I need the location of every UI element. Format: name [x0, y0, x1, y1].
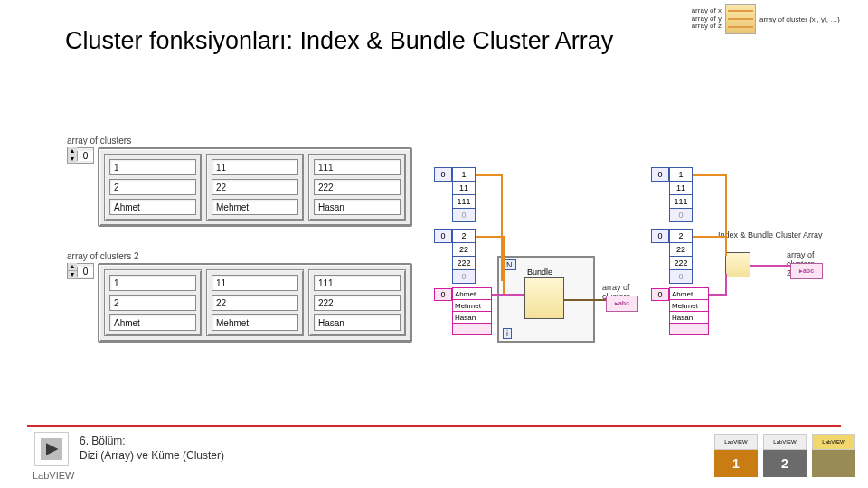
cluster-indicator: ▸abc — [606, 296, 638, 312]
numeric-field[interactable]: 1 — [109, 159, 196, 175]
vi-palette: array of x array of y array of z array o… — [680, 4, 859, 34]
loop-n: N — [503, 259, 516, 270]
numeric-field[interactable]: 11 — [212, 275, 298, 291]
ibca-label: Index & Bundle Cluster Array — [718, 230, 826, 239]
array-cell[interactable]: 2 — [452, 229, 476, 243]
page-title: Cluster fonksiyonları: Index & Bundle Cl… — [65, 27, 613, 55]
array-index[interactable]: 0 — [434, 167, 452, 182]
array-index[interactable]: 0 — [651, 167, 669, 182]
vi-out-label: array of cluster {xi, yi, …} — [760, 15, 859, 23]
numeric-field[interactable]: 2 — [109, 295, 196, 311]
cluster-element: 111 222 Hasan — [308, 269, 406, 336]
array-cell[interactable]: 2 — [669, 229, 693, 243]
panel2-index-control[interactable]: ▲▼0 — [67, 263, 94, 279]
array-cell[interactable]: 1 — [452, 167, 476, 182]
index-bundle-icon — [725, 4, 756, 34]
array-index[interactable]: 0 — [434, 229, 452, 243]
string-field[interactable]: Mehmet — [212, 199, 298, 215]
footer-text: 6. Bölüm: Dizi (Array) ve Küme (Cluster) — [80, 435, 224, 463]
panel1-cluster-array: 1 2 Ahmet 11 22 Mehmet 111 222 Hasan — [98, 147, 412, 227]
array-cell[interactable]: 11 — [452, 181, 476, 195]
string-field[interactable]: Ahmet — [109, 314, 196, 331]
numeric-field[interactable]: 222 — [314, 295, 401, 311]
footer-stamps: LabVIEW1 LabVIEW2 LabVIEW — [714, 434, 855, 477]
array-cell[interactable] — [452, 323, 492, 335]
array-cell[interactable]: Ahmet — [452, 287, 492, 300]
string-field[interactable]: Mehmet — [212, 314, 298, 331]
index-bundle-node[interactable] — [725, 252, 750, 277]
array-index[interactable]: 0 — [434, 288, 452, 301]
cluster-element: 1 2 Ahmet — [104, 269, 202, 336]
cluster-element: 111 222 Hasan — [308, 154, 406, 221]
array-cell[interactable]: 0 — [452, 208, 476, 222]
array-cell[interactable]: Mehmet — [669, 299, 709, 312]
footer-rule — [27, 425, 841, 427]
array-cell[interactable]: 111 — [669, 194, 693, 209]
array-cell[interactable] — [669, 323, 709, 335]
array-index[interactable]: 0 — [651, 229, 669, 243]
vi-in-z-label: array of z — [680, 23, 722, 31]
bundle-node[interactable]: Bundle — [524, 277, 564, 319]
array-cell[interactable]: 22 — [669, 242, 693, 257]
numeric-field[interactable]: 11 — [212, 159, 298, 175]
numeric-field[interactable]: 1 — [109, 275, 196, 291]
array-cell[interactable]: Mehmet — [452, 299, 492, 312]
array-cell[interactable]: 222 — [452, 256, 476, 270]
numeric-field[interactable]: 111 — [314, 159, 401, 175]
cluster-element: 11 22 Mehmet — [206, 154, 304, 221]
string-field[interactable]: Hasan — [314, 199, 401, 215]
numeric-field[interactable]: 222 — [314, 179, 401, 195]
cluster-indicator: ▸abc — [790, 263, 823, 279]
panel2-cluster-array: 1 2 Ahmet 11 22 Mehmet 111 222 Hasan — [98, 263, 412, 343]
panel1-label: array of clusters — [67, 136, 412, 145]
array-cell[interactable]: 0 — [669, 208, 693, 222]
string-field[interactable]: Hasan — [314, 314, 401, 331]
array-cell[interactable]: 0 — [669, 269, 693, 284]
labview-logo-icon — [34, 432, 69, 466]
array-cell[interactable]: 1 — [669, 167, 693, 182]
array-cell[interactable]: 0 — [452, 269, 476, 284]
array-cell[interactable]: Hasan — [452, 311, 492, 324]
numeric-field[interactable]: 111 — [314, 275, 401, 291]
cluster-element: 11 22 Mehmet — [206, 269, 304, 336]
numeric-field[interactable]: 2 — [109, 179, 196, 195]
cluster-element: 1 2 Ahmet — [104, 154, 202, 221]
panel1-index-control[interactable]: ▲▼0 — [67, 147, 94, 164]
array-cell[interactable]: Ahmet — [669, 287, 709, 300]
array-cell[interactable]: 11 — [669, 181, 693, 195]
labview-wordmark: LabVIEW — [33, 470, 74, 481]
numeric-field[interactable]: 22 — [212, 295, 298, 311]
string-field[interactable]: Ahmet — [109, 199, 196, 215]
loop-i: i — [503, 328, 512, 339]
array-index[interactable]: 0 — [651, 288, 669, 301]
array-cell[interactable]: 22 — [452, 242, 476, 257]
numeric-field[interactable]: 22 — [212, 179, 298, 195]
array-cell[interactable]: 222 — [669, 256, 693, 270]
array-cell[interactable]: 111 — [452, 194, 476, 209]
panel2-label: array of clusters 2 — [67, 251, 412, 261]
array-cell[interactable]: Hasan — [669, 311, 709, 324]
